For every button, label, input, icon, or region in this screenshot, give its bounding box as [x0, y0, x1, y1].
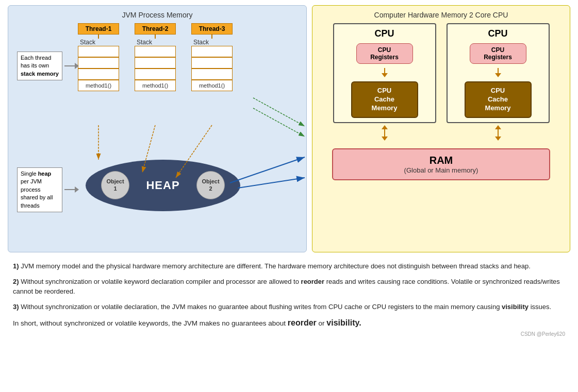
thread-note-container: Each thread has its own stack memory — [17, 52, 79, 80]
watermark: CSDN @Perley620 — [13, 330, 565, 338]
thread2-box: Thread-2 — [135, 23, 176, 35]
thread1-box: Thread-1 — [78, 23, 119, 35]
main-diagram-container: JVM Process Memory Each thread has its o… — [8, 5, 570, 252]
hw-title: Computer Hardware Memory 2 Core CPU — [320, 11, 562, 19]
vline3 — [211, 35, 212, 39]
note3-number: 3) — [13, 303, 19, 311]
thread2-col: Thread-2 — [135, 23, 176, 35]
stack1-frame1 — [78, 46, 119, 57]
svg-line-4 — [238, 178, 305, 188]
cpu2-arrow-down — [495, 68, 501, 77]
cpu2-title: CPU — [488, 28, 507, 39]
stack3-method: method1() — [191, 80, 233, 91]
arrow-head — [75, 63, 79, 69]
stack2-col: Stack method1() — [135, 39, 176, 91]
arrow-line — [64, 65, 75, 66]
heap-label: HEAP — [146, 179, 179, 192]
bottom-line: In short, without synchronized or volati… — [13, 317, 565, 329]
stack3-col: Stack method1() — [191, 39, 233, 91]
stack2-frame1 — [135, 46, 176, 57]
heap-ellipse: Object1 HEAP Object2 — [86, 160, 240, 211]
thread1-col: Thread-1 — [78, 23, 119, 35]
stack2-label: Stack — [137, 39, 152, 46]
stack3-label: Stack — [193, 39, 209, 46]
thread-note-arrow — [64, 63, 79, 69]
heap-note-text: Single heap per JVM process shared by al… — [21, 171, 53, 209]
cpus-row: CPU CPURegisters CPUCacheMemory CPU CPUR… — [320, 23, 562, 123]
thread-note-text: Each thread has its own stack memory — [21, 55, 59, 77]
stack1-col: Stack method1() — [78, 39, 119, 91]
cpu1-arrow-down — [382, 68, 388, 77]
ram-box: RAM (Global or Main memory) — [332, 148, 550, 180]
note2: 2) Without synchronization or volatile k… — [13, 277, 565, 297]
svg-line-6 — [253, 108, 305, 137]
bottom-bold1: reorder — [288, 318, 317, 327]
cpu2-box: CPU CPURegisters CPUCacheMemory — [447, 23, 550, 123]
object1-circle: Object1 — [101, 171, 129, 199]
svg-line-3 — [230, 157, 305, 183]
stack1-label: Stack — [80, 39, 95, 46]
stack2-frame2 — [135, 57, 176, 69]
stack2-method: method1() — [135, 80, 176, 91]
heap-note: Single heap per JVM process shared by al… — [17, 167, 62, 212]
cpu1-cache: CPUCacheMemory — [351, 81, 418, 118]
stack3-frame3 — [191, 69, 233, 80]
stack1-frame2 — [78, 57, 119, 69]
notes-section: 1) JVM memory model and the physical har… — [8, 259, 570, 340]
cpu1-registers: CPURegisters — [356, 43, 413, 64]
note2-number: 2) — [13, 278, 19, 285]
note3: 3) Without synchronization or volatile d… — [13, 302, 565, 312]
bottom-bold2: visibility. — [326, 318, 361, 327]
thread3-box: Thread-3 — [191, 23, 233, 35]
jvm-title: JVM Process Memory — [16, 11, 299, 19]
note2-text: Without synchronization or volatile keyw… — [13, 278, 560, 296]
cpu1-box: CPU CPURegisters CPUCacheMemory — [333, 23, 436, 123]
heap-container: Object1 HEAP Object2 — [75, 160, 240, 211]
cpu2-cache: CPUCacheMemory — [465, 81, 532, 118]
cache-ram-arrows — [320, 125, 562, 141]
vline2 — [155, 35, 156, 39]
thread-connectors — [78, 35, 299, 39]
thread3-col: Thread-3 — [191, 23, 233, 35]
bottom-middle: or — [317, 319, 327, 327]
stack3-frame2 — [191, 57, 233, 69]
cpu1-title: CPU — [374, 28, 394, 39]
object2-circle: Object2 — [196, 171, 225, 199]
jvm-inner: Each thread has its own stack memory Thr… — [16, 23, 299, 240]
stack1-method: method1() — [78, 80, 119, 91]
svg-line-5 — [253, 98, 305, 126]
jvm-section: JVM Process Memory Each thread has its o… — [8, 5, 307, 252]
note1: 1) JVM memory model and the physical har… — [13, 261, 565, 271]
ram-subtitle: (Global or Main memory) — [338, 166, 543, 174]
note1-number: 1) — [13, 262, 19, 270]
threads-row: Thread-1 Thread-2 Thread-3 — [78, 23, 299, 35]
bottom-prefix: In short, without synchronized or volati… — [13, 319, 288, 327]
stack2-frame3 — [135, 69, 176, 80]
cpu1-ram-arrow — [333, 125, 436, 141]
ram-title: RAM — [338, 155, 543, 166]
heap-note-container: Single heap per JVM process shared by al… — [17, 167, 79, 212]
stack3-frame1 — [191, 46, 233, 57]
stacks-container: Stack method1() Stack method1() Stack — [78, 39, 299, 91]
vline1 — [98, 35, 99, 39]
note3-text: Without synchronization or volatile decl… — [21, 303, 551, 311]
heap-arrow-line — [64, 189, 75, 190]
cpu2-registers: CPURegisters — [470, 43, 526, 64]
cpu2-ram-arrow — [447, 125, 550, 141]
note1-text: JVM memory model and the physical hardwa… — [21, 262, 531, 270]
thread-note: Each thread has its own stack memory — [17, 52, 62, 80]
stack1-frame3 — [78, 69, 119, 80]
hardware-section: Computer Hardware Memory 2 Core CPU CPU … — [312, 5, 570, 252]
